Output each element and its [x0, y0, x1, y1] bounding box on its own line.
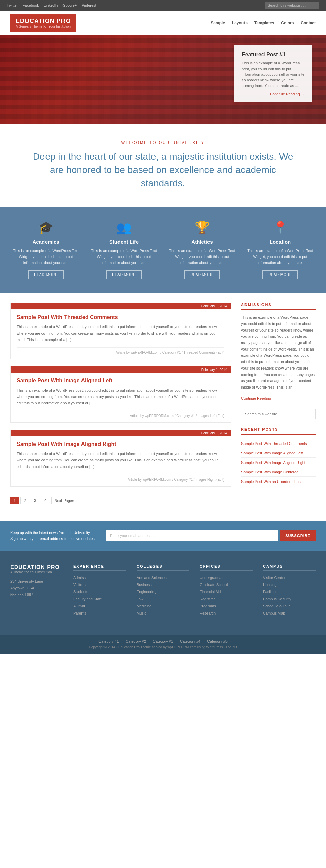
sidebar: ADMISSIONS This is an example of a WordP…: [241, 303, 316, 511]
social-link-facebook[interactable]: Facebook: [22, 3, 39, 7]
feature-btn-3[interactable]: READ MORE: [262, 270, 298, 279]
footer-category-2[interactable]: Category #3: [153, 639, 173, 643]
content-area: February 1, 2014 Sample Post With Thread…: [0, 293, 326, 521]
recent-post-link-4[interactable]: Sample Post With an Unordered List: [241, 479, 302, 484]
footer-link-item: Graduate School: [200, 582, 253, 587]
post-title-link-2[interactable]: Sample Post With Image Aligned Right: [17, 441, 116, 447]
post-excerpt-2: This is an example of a WordPress post, …: [17, 451, 224, 470]
footer-link-2-0[interactable]: Undergraduate: [200, 575, 224, 580]
recent-post-link-0[interactable]: Sample Post With Threaded Comments: [241, 441, 307, 446]
footer-link-item: Music: [137, 610, 189, 616]
feature-btn-0[interactable]: READ MORE: [28, 270, 64, 279]
welcome-tagline: Deep in the heart of our state, a majest…: [27, 150, 299, 190]
features-grid: 🎓 Academics This is an example of a Word…: [10, 221, 316, 279]
nav-link-colors[interactable]: Colors: [281, 21, 294, 25]
footer-link-3-0[interactable]: Visitor Center: [263, 575, 285, 580]
footer-link-1-2[interactable]: Engineering: [137, 590, 157, 594]
footer-link-0-0[interactable]: Admissions: [73, 575, 92, 580]
sidebar-search-input[interactable]: [241, 409, 316, 419]
post-title-link-1[interactable]: Sample Post With Image Aligned Left: [17, 378, 112, 383]
footer-link-item: Business: [137, 582, 189, 587]
recent-posts-list: Sample Post With Threaded CommentsSample…: [241, 439, 316, 486]
footer-link-0-3[interactable]: Faculty and Staff: [73, 597, 101, 601]
footer-category-3[interactable]: Category #4: [180, 639, 200, 643]
footer-link-0-4[interactable]: Alumni: [73, 604, 85, 608]
nav-link-sample[interactable]: Sample: [211, 21, 225, 25]
pagination-page-3[interactable]: 3: [31, 497, 39, 504]
footer-col-heading-2: OFFICES: [200, 564, 253, 571]
footer-link-item: Facilities: [263, 589, 316, 594]
post-card-0: February 1, 2014 Sample Post With Thread…: [10, 303, 231, 359]
admissions-title: ADMISSIONS: [241, 303, 316, 310]
site-logo[interactable]: EDUCATION PRO A Genesis Theme for Your I…: [10, 14, 76, 32]
footer-category-1[interactable]: Category #2: [126, 639, 146, 643]
footer-col-heading-3: CAMPUS: [263, 564, 316, 571]
footer-link-1-5[interactable]: Music: [137, 611, 146, 615]
footer-link-3-2[interactable]: Facilities: [263, 590, 277, 594]
newsletter-email-input[interactable]: [106, 530, 278, 541]
social-link-pinterest[interactable]: Pinterest: [82, 3, 96, 7]
footer-category-0[interactable]: Category #1: [98, 639, 119, 643]
footer-category-4[interactable]: Category #5: [207, 639, 228, 643]
footer-link-3-4[interactable]: Schedule a Tour: [263, 604, 290, 608]
feature-btn-1[interactable]: READ MORE: [106, 270, 142, 279]
feature-item-1: 👥 Student Life This is an example of a W…: [88, 221, 160, 279]
feature-item-3: 📍 Location This is an example of a WordP…: [244, 221, 316, 279]
footer-copyright: Copyright © 2014 · Education Pro Theme s…: [89, 645, 237, 649]
footer-link-1-4[interactable]: Medicine: [137, 604, 151, 608]
nav-link-contact[interactable]: Contact: [301, 21, 316, 25]
feature-btn-2[interactable]: READ MORE: [184, 270, 220, 279]
pagination-next[interactable]: Next Page»: [51, 497, 77, 504]
footer-link-1-1[interactable]: Business: [137, 583, 152, 587]
top-search-input[interactable]: [265, 2, 319, 9]
subscribe-button[interactable]: SUBSCRIBE: [280, 530, 316, 541]
recent-post-link-1[interactable]: Sample Post With Image Aligned Left: [241, 451, 303, 455]
footer-link-3-1[interactable]: Housing: [263, 583, 276, 587]
footer-link-item: Schedule a Tour: [263, 603, 316, 608]
pagination-page-4[interactable]: 4: [41, 497, 50, 504]
footer-link-item: Campus Map: [263, 610, 316, 616]
footer-link-2-1[interactable]: Graduate School: [200, 583, 228, 587]
footer-link-2-2[interactable]: Financial Aid: [200, 590, 221, 594]
footer-link-0-1[interactable]: Visitors: [73, 583, 86, 587]
nav-link-templates[interactable]: Templates: [254, 21, 274, 25]
recent-post-link-3[interactable]: Sample Post With Image Centered: [241, 470, 298, 474]
recent-post-link-2[interactable]: Sample Post With Image Aligned Right: [241, 460, 305, 465]
footer-link-0-5[interactable]: Parents: [73, 611, 86, 615]
hero-continue-link[interactable]: Continue Reading →: [242, 92, 305, 96]
footer-link-0-2[interactable]: Students: [73, 590, 88, 594]
social-link-google+[interactable]: Google+: [62, 3, 77, 7]
pagination-page-1[interactable]: 1: [10, 497, 19, 504]
footer-link-1-0[interactable]: Arts and Sciences: [137, 575, 167, 580]
footer-link-3-3[interactable]: Campus Security: [263, 597, 291, 601]
pagination-page-2[interactable]: 2: [20, 497, 29, 504]
footer-link-item: Alumni: [73, 603, 126, 608]
footer-col-heading-0: EXPERIENCE: [73, 564, 126, 571]
footer-link-item: Undergraduate: [200, 575, 253, 580]
footer-col-heading-1: COLLEGES: [137, 564, 189, 571]
post-meta-2: Article by wpPERFORM.com / Category #1 /…: [17, 475, 224, 482]
top-search[interactable]: [265, 2, 319, 9]
footer-link-2-5[interactable]: Research: [200, 611, 216, 615]
recent-post-item-1: Sample Post With Image Aligned Left: [241, 448, 316, 458]
footer-categories: Category #1Category #2Category #3Categor…: [98, 639, 228, 643]
feature-icon-3: 📍: [244, 221, 316, 235]
feature-icon-2: 🏆: [166, 221, 238, 235]
footer-link-item: Faculty and Staff: [73, 596, 126, 601]
logo-subtitle: A Genesis Theme for Your Institution: [16, 25, 71, 29]
footer-link-2-3[interactable]: Registrar: [200, 597, 215, 601]
footer-link-3-5[interactable]: Campus Map: [263, 611, 285, 615]
feature-title-0: Academics: [10, 239, 82, 245]
social-link-linkedin[interactable]: LinkedIn: [44, 3, 58, 7]
post-title-link-0[interactable]: Sample Post With Threaded Comments: [17, 314, 118, 320]
feature-icon-0: 🎓: [10, 221, 82, 235]
footer-link-1-3[interactable]: Law: [137, 597, 143, 601]
nav-link-layouts[interactable]: Layouts: [232, 21, 248, 25]
footer-link-2-4[interactable]: Programs: [200, 604, 216, 608]
newsletter-text: Keep up with the latest news from the Un…: [10, 530, 96, 542]
admissions-continue-link[interactable]: Continue Reading: [241, 396, 271, 400]
footer-col-list-2: UndergraduateGraduate SchoolFinancial Ai…: [200, 575, 253, 616]
social-link-twitter[interactable]: Twitter: [7, 3, 18, 7]
footer-link-item: Medicine: [137, 603, 189, 608]
admissions-text: This is an example of a WordPress page, …: [241, 314, 316, 390]
